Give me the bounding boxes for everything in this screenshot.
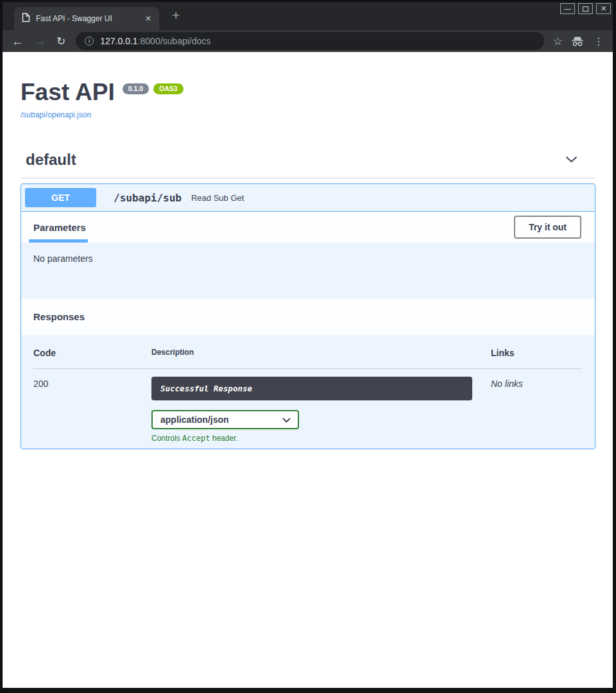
operation-block-get-subapi-sub: GET /subapi/sub Read Sub Get Parameters … bbox=[21, 184, 595, 449]
column-header-links: Links bbox=[491, 348, 582, 358]
close-window-button[interactable]: ✕ bbox=[596, 3, 611, 14]
new-tab-button[interactable]: + bbox=[169, 8, 182, 22]
operation-path: /subapi/sub bbox=[114, 192, 182, 204]
responses-title: Responses bbox=[33, 311, 85, 322]
tab-strip: Fast API - Swagger UI ✕ + — ✕ bbox=[3, 2, 613, 30]
response-code: 200 bbox=[33, 377, 151, 389]
media-type-select[interactable]: application/json bbox=[151, 410, 299, 429]
response-description-cell: Successful Response application/json Con… bbox=[151, 377, 491, 443]
back-icon[interactable]: ← bbox=[12, 35, 24, 47]
response-row-200: 200 Successful Response application/json… bbox=[33, 369, 582, 443]
page-favicon-icon bbox=[22, 13, 30, 25]
address-bar[interactable]: i 127.0.0.1:8000/subapi/docs bbox=[76, 32, 544, 50]
column-header-description: Description bbox=[151, 348, 491, 358]
api-info: Fast API 0.1.0 OAS3 /subapi/openapi.json bbox=[21, 52, 595, 120]
responses-header: Responses bbox=[21, 298, 595, 335]
response-links: No links bbox=[491, 377, 582, 389]
browser-toolbar: ← → ↻ i 127.0.0.1:8000/subapi/docs ☆ ⋮ bbox=[3, 30, 613, 52]
responses-table-header: Code Description Links bbox=[33, 348, 582, 369]
media-type-value: application/json bbox=[160, 415, 229, 425]
page-title: Fast API bbox=[21, 80, 115, 104]
minimize-button[interactable]: — bbox=[560, 3, 575, 14]
tag-header[interactable]: default bbox=[21, 151, 595, 178]
tag-name: default bbox=[26, 151, 76, 169]
operation-description: Read Sub Get bbox=[191, 193, 244, 203]
responses-body: Code Description Links 200 Successful Re… bbox=[21, 335, 595, 449]
accept-header-note: Controls Accept header. bbox=[151, 434, 491, 443]
operation-summary[interactable]: GET /subapi/sub Read Sub Get bbox=[21, 184, 595, 212]
maximize-icon bbox=[583, 6, 588, 12]
chevron-down-icon[interactable] bbox=[565, 154, 578, 166]
url-text: 127.0.0.1:8000/subapi/docs bbox=[100, 36, 210, 46]
no-parameters-message: No parameters bbox=[33, 253, 93, 264]
parameters-body: No parameters bbox=[21, 243, 595, 298]
response-description: Successful Response bbox=[151, 377, 472, 400]
site-info-icon[interactable]: i bbox=[85, 37, 94, 46]
bookmark-star-icon[interactable]: ☆ bbox=[553, 35, 563, 48]
url-path: :8000/subapi/docs bbox=[138, 36, 211, 46]
browser-menu-icon[interactable]: ⋮ bbox=[594, 35, 604, 47]
maximize-button[interactable] bbox=[578, 3, 593, 14]
active-tab-indicator bbox=[29, 239, 88, 243]
parameters-title: Parameters bbox=[33, 222, 86, 233]
browser-window: Fast API - Swagger UI ✕ + — ✕ ← → ↻ i 12… bbox=[0, 0, 616, 693]
reload-icon[interactable]: ↻ bbox=[56, 35, 65, 47]
try-it-out-button[interactable]: Try it out bbox=[514, 216, 581, 239]
tab-close-icon[interactable]: ✕ bbox=[142, 13, 154, 24]
openapi-spec-link[interactable]: /subapi/openapi.json bbox=[21, 110, 91, 119]
window-controls: — ✕ bbox=[560, 3, 611, 14]
tag-section-default: default GET /subapi/sub Read Sub Get Par… bbox=[21, 151, 595, 449]
select-chevron-icon bbox=[282, 415, 291, 425]
url-host: 127.0.0.1 bbox=[100, 36, 137, 46]
swagger-page: Fast API 0.1.0 OAS3 /subapi/openapi.json… bbox=[3, 52, 613, 688]
column-header-code: Code bbox=[33, 348, 151, 358]
oas3-badge: OAS3 bbox=[153, 83, 184, 94]
version-badge: 0.1.0 bbox=[123, 83, 149, 94]
tab-title: Fast API - Swagger UI bbox=[36, 14, 137, 23]
incognito-icon bbox=[570, 36, 585, 47]
forward-icon: → bbox=[34, 35, 46, 47]
browser-tab[interactable]: Fast API - Swagger UI ✕ bbox=[14, 7, 159, 30]
parameters-header: Parameters Try it out bbox=[21, 212, 595, 243]
method-get-button: GET bbox=[25, 188, 96, 207]
accept-code: Accept bbox=[182, 434, 210, 443]
